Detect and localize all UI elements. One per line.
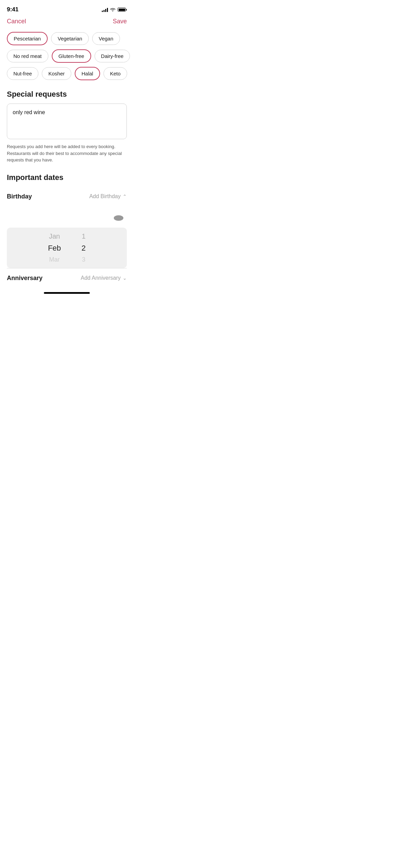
battery-icon [118,8,127,12]
nav-bar: Cancel Save [0,16,134,29]
home-indicator-bar [44,292,90,294]
anniversary-row[interactable]: Anniversary Add Anniversary ⌄ [0,268,134,288]
status-bar: 9:41 [0,0,134,16]
add-birthday-label: Add Birthday [89,193,121,200]
diet-row-2: No red meat Gluten-free Dairy-free [7,49,127,63]
status-time: 9:41 [7,6,19,13]
day-picker-column[interactable]: 1 2 3 [82,232,86,263]
anniversary-action[interactable]: Add Anniversary ⌄ [81,275,127,281]
add-anniversary-label: Add Anniversary [81,275,121,281]
month-mar: Mar [49,256,60,263]
diet-row-1: Pescetarian Vegetarian Vegan [7,32,127,45]
diet-tag-gluten-free[interactable]: Gluten-free [52,49,91,63]
month-jan: Jan [49,232,60,240]
anniversary-label: Anniversary [7,275,42,282]
birthday-row[interactable]: Birthday Add Birthday ⌃ [0,187,134,206]
diet-tag-no-red-meat[interactable]: No red meat [7,50,48,62]
day-2: 2 [82,244,86,253]
month-picker-column[interactable]: Jan Feb Mar [48,232,61,263]
day-1: 1 [82,232,85,240]
special-requests-hint: Requests you add here will be added to e… [7,143,127,164]
special-requests-input[interactable]: only red wine [13,109,121,133]
signal-icon [102,7,108,12]
birthday-action[interactable]: Add Birthday ⌃ [89,193,127,200]
picker-dot [114,215,123,221]
special-requests-title: Special requests [0,80,134,104]
month-feb: Feb [48,244,61,253]
important-dates-title: Important dates [0,164,134,187]
important-dates-section: Important dates Birthday Add Birthday ⌃ … [0,164,134,288]
birthday-label: Birthday [7,193,32,200]
diet-tag-kosher[interactable]: Kosher [42,67,71,80]
cancel-button[interactable]: Cancel [7,18,26,25]
special-requests-section: Special requests only red wine Requests … [0,80,134,164]
diet-tag-dairy-free[interactable]: Dairy-free [95,50,130,62]
home-indicator [0,288,134,297]
diet-tags-container: Pescetarian Vegetarian Vegan No red meat… [0,29,134,80]
special-requests-textarea-container[interactable]: only red wine [7,104,127,139]
diet-tag-vegan[interactable]: Vegan [92,32,120,45]
diet-tag-pescetarian[interactable]: Pescetarian [7,32,48,45]
day-3: 3 [82,256,85,263]
wifi-icon [110,7,116,12]
birthday-picker-scroll[interactable]: Jan Feb Mar 1 2 3 [7,228,127,268]
diet-tag-halal[interactable]: Halal [75,67,100,80]
chevron-down-icon: ⌄ [123,275,127,281]
diet-tag-vegetarian[interactable]: Vegetarian [51,32,89,45]
diet-tag-keto[interactable]: Keto [104,67,127,80]
save-button[interactable]: Save [113,18,127,25]
birthday-picker-area: Jan Feb Mar 1 2 3 [0,206,134,268]
chevron-up-icon: ⌃ [123,194,127,199]
diet-tag-nut-free[interactable]: Nut-free [7,67,38,80]
status-icons [102,7,127,12]
diet-row-3: Nut-free Kosher Halal Keto [7,67,127,80]
